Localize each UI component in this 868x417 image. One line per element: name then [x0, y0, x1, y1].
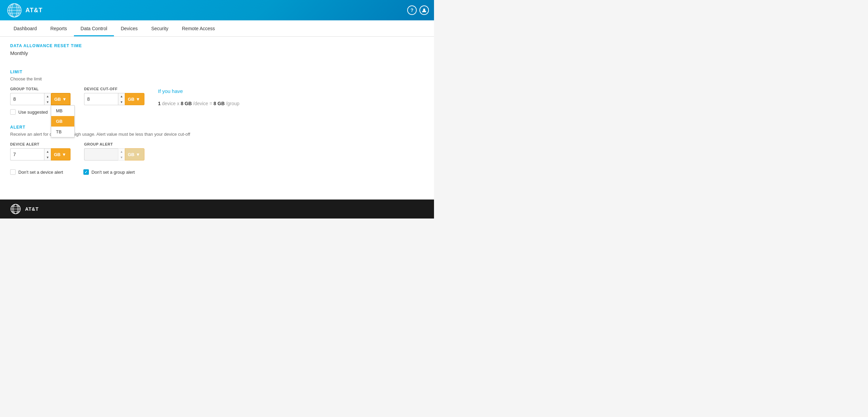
limit-subtitle: Choose the limit: [10, 76, 424, 81]
data-allowance-section: DATA ALLOWANCE RESET TIME Monthly: [10, 43, 424, 56]
footer-globe-icon: [10, 204, 21, 214]
device-alert-label: DEVICE ALERT: [10, 142, 71, 146]
device-alert-field: DEVICE ALERT ▲ ▼ GB ▼: [10, 142, 71, 160]
device-cutoff-field: DEVICE CUT-OFF ▲ ▼ GB ▼: [84, 87, 144, 105]
dont-set-group-alert-label: Don't set a group alert: [92, 170, 135, 175]
group-alert-increment[interactable]: ▲: [118, 149, 125, 154]
group-total-dropdown-menu: MB GB TB: [51, 105, 75, 137]
device-alert-spinner: ▲ ▼: [44, 148, 51, 160]
limit-section: LIMIT Choose the limit GROUP TOTAL ▲ ▼ G…: [10, 70, 424, 115]
device-cutoff-input[interactable]: [84, 93, 118, 105]
nav: Dashboard Reports Data Control Devices S…: [0, 20, 434, 37]
device-cutoff-dropdown-arrow: ▼: [136, 97, 140, 102]
calc-equals: =: [210, 101, 214, 106]
dropdown-option-mb[interactable]: MB: [51, 106, 74, 116]
dont-set-device-alert-label: Don't set a device alert: [18, 170, 63, 175]
calculation-text: 1 device x 8 GB /device = 8 GB /group: [158, 101, 239, 106]
device-alert-input[interactable]: [10, 148, 44, 160]
group-alert-unit-wrapper: GB ▼: [125, 148, 144, 160]
header-logo: AT&T: [7, 3, 43, 18]
help-button[interactable]: ?: [407, 5, 417, 15]
device-cutoff-unit-value: GB: [128, 97, 135, 102]
nav-item-dashboard[interactable]: Dashboard: [7, 22, 44, 36]
device-alert-increment[interactable]: ▲: [44, 149, 51, 154]
group-total-unit-value: GB: [54, 97, 61, 102]
calc-devices: 1: [158, 101, 161, 106]
alert-checkboxes-row: Don't set a device alert Don't set a gro…: [10, 166, 424, 175]
device-alert-unit-dropdown[interactable]: GB ▼: [51, 148, 71, 160]
group-total-increment[interactable]: ▲: [44, 93, 51, 99]
group-alert-field: GROUP ALERT ▲ ▼ GB ▼: [84, 142, 144, 160]
calc-per-device-label: /device: [193, 101, 208, 106]
group-total-label: GROUP TOTAL: [10, 87, 71, 91]
device-alert-unit-wrapper: GB ▼: [51, 148, 71, 160]
device-alert-input-row: ▲ ▼ GB ▼: [10, 148, 71, 160]
device-alert-unit-value: GB: [54, 152, 61, 157]
use-suggested-checkbox[interactable]: [10, 109, 16, 115]
limit-inputs-row: GROUP TOTAL ▲ ▼ GB ▼ MB: [10, 87, 424, 115]
nav-item-reports[interactable]: Reports: [44, 22, 74, 36]
device-cutoff-decrement[interactable]: ▼: [118, 99, 125, 105]
dont-set-device-alert-row: Don't set a device alert: [10, 169, 63, 175]
dont-set-device-alert-checkbox[interactable]: [10, 169, 16, 175]
group-total-unit-wrapper: GB ▼ MB GB TB: [51, 93, 71, 105]
group-total-decrement[interactable]: ▼: [44, 99, 51, 105]
group-alert-unit-value: GB: [128, 152, 135, 157]
header: AT&T ?: [0, 0, 434, 20]
group-alert-dropdown-arrow: ▼: [136, 152, 140, 157]
user-button[interactable]: [419, 5, 429, 15]
limit-title: LIMIT: [10, 70, 424, 74]
footer: AT&T: [0, 200, 434, 219]
group-total-input[interactable]: [10, 93, 44, 105]
dont-set-group-alert-checkbox[interactable]: [83, 169, 89, 175]
device-alert-dropdown-arrow: ▼: [62, 152, 66, 157]
group-alert-unit-dropdown[interactable]: GB ▼: [125, 148, 144, 160]
device-alert-decrement[interactable]: ▼: [44, 154, 51, 160]
if-you-have-link[interactable]: If you have: [158, 88, 239, 94]
calculation-field: If you have 1 device x 8 GB /device = 8 …: [158, 88, 239, 106]
group-alert-decrement[interactable]: ▼: [118, 154, 125, 160]
nav-item-devices[interactable]: Devices: [114, 22, 144, 36]
alert-inputs-row: DEVICE ALERT ▲ ▼ GB ▼: [10, 142, 424, 160]
header-logo-text: AT&T: [25, 7, 43, 14]
device-cutoff-increment[interactable]: ▲: [118, 93, 125, 99]
att-globe-icon: [7, 3, 22, 18]
device-cutoff-label: DEVICE CUT-OFF: [84, 87, 144, 91]
dropdown-option-tb[interactable]: TB: [51, 127, 74, 137]
nav-item-security[interactable]: Security: [144, 22, 175, 36]
calc-group-amount: 8 GB: [214, 101, 225, 106]
group-total-field: GROUP TOTAL ▲ ▼ GB ▼ MB: [10, 87, 71, 115]
data-allowance-value: Monthly: [10, 50, 424, 56]
dont-set-group-alert-row: Don't set a group alert: [83, 169, 135, 175]
data-allowance-title: DATA ALLOWANCE RESET TIME: [10, 43, 424, 48]
use-suggested-label: Use suggested: [18, 110, 48, 115]
group-total-unit-dropdown[interactable]: GB ▼: [51, 93, 71, 105]
group-alert-spinner: ▲ ▼: [118, 148, 125, 160]
dropdown-option-gb[interactable]: GB: [51, 116, 74, 127]
group-total-input-row: ▲ ▼ GB ▼ MB GB TB: [10, 93, 71, 105]
nav-item-data-control[interactable]: Data Control: [74, 22, 114, 36]
calc-times: x: [177, 101, 181, 106]
group-total-dropdown-arrow: ▼: [62, 97, 67, 102]
device-cutoff-spinner: ▲ ▼: [118, 93, 125, 105]
group-total-spinner: ▲ ▼: [44, 93, 51, 105]
main-content: DATA ALLOWANCE RESET TIME Monthly LIMIT …: [0, 37, 434, 200]
group-alert-input-row: ▲ ▼ GB ▼: [84, 148, 144, 160]
calc-group-label: /group: [226, 101, 239, 106]
group-alert-input[interactable]: [84, 148, 118, 160]
calc-device-label: device: [162, 101, 176, 106]
device-cutoff-unit-wrapper: GB ▼: [125, 93, 144, 105]
nav-item-remote-access[interactable]: Remote Access: [175, 22, 222, 36]
device-cutoff-unit-dropdown[interactable]: GB ▼: [125, 93, 144, 105]
calc-per-device-amount: 8 GB: [181, 101, 192, 106]
device-cutoff-input-row: ▲ ▼ GB ▼: [84, 93, 144, 105]
group-alert-label: GROUP ALERT: [84, 142, 144, 146]
footer-logo-text: AT&T: [25, 206, 39, 212]
header-icons: ?: [407, 5, 429, 15]
